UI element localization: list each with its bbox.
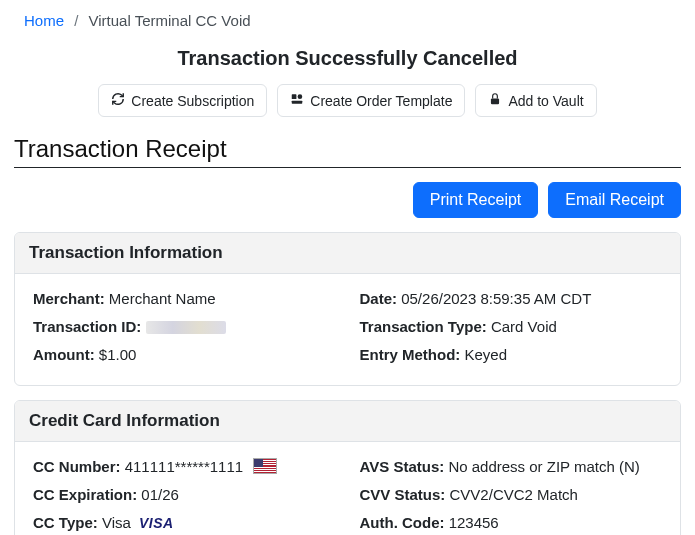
auth-code-row: Auth. Code: 123456 [360, 512, 667, 534]
breadcrumb-home-link[interactable]: Home [24, 12, 64, 29]
cc-expiration-label: CC Expiration: [33, 486, 137, 503]
breadcrumb-current: Virtual Terminal CC Void [89, 12, 251, 29]
transaction-id-redacted [146, 321, 226, 334]
create-subscription-label: Create Subscription [131, 93, 254, 109]
auth-code-value: 123456 [449, 514, 499, 531]
breadcrumb: Home / Virtual Terminal CC Void [14, 0, 681, 39]
date-label: Date: [360, 290, 398, 307]
create-order-template-label: Create Order Template [310, 93, 452, 109]
receipt-heading: Transaction Receipt [14, 135, 681, 163]
cc-type-row: CC Type: Visa VISA [33, 512, 340, 534]
print-receipt-button[interactable]: Print Receipt [413, 182, 539, 218]
svg-rect-0 [292, 94, 297, 99]
date-value: 05/26/2023 8:59:35 AM CDT [401, 290, 591, 307]
transaction-type-value: Card Void [491, 318, 557, 335]
amount-label: Amount: [33, 346, 95, 363]
add-to-vault-button[interactable]: Add to Vault [475, 84, 596, 117]
entry-method-label: Entry Method: [360, 346, 461, 363]
entry-method-value: Keyed [465, 346, 508, 363]
cc-type-label: CC Type: [33, 514, 98, 531]
us-flag-icon [253, 458, 277, 474]
cancel-success-title: Transaction Successfully Cancelled [14, 47, 681, 70]
transaction-type-label: Transaction Type: [360, 318, 487, 335]
cc-expiration-row: CC Expiration: 01/26 [33, 484, 340, 506]
transaction-info-panel: Transaction Information Merchant: Mercha… [14, 232, 681, 386]
create-order-template-button[interactable]: Create Order Template [277, 84, 465, 117]
amount-row: Amount: $1.00 [33, 344, 340, 366]
auth-code-label: Auth. Code: [360, 514, 445, 531]
breadcrumb-separator: / [74, 12, 78, 29]
transaction-id-row: Transaction ID: [33, 316, 340, 338]
cc-expiration-value: 01/26 [141, 486, 179, 503]
heading-rule [14, 167, 681, 168]
create-subscription-button[interactable]: Create Subscription [98, 84, 267, 117]
cc-number-row: CC Number: 411111******1111 [33, 456, 340, 478]
cvv-status-label: CVV Status: [360, 486, 446, 503]
receipt-button-row: Print Receipt Email Receipt [14, 182, 681, 218]
lock-icon [488, 92, 502, 109]
amount-value: $1.00 [99, 346, 137, 363]
svg-point-1 [298, 94, 303, 99]
add-to-vault-label: Add to Vault [508, 93, 583, 109]
avs-status-row: AVS Status: No address or ZIP match (N) [360, 456, 667, 478]
cvv-status-row: CVV Status: CVV2/CVC2 Match [360, 484, 667, 506]
merchant-label: Merchant: [33, 290, 105, 307]
cc-info-panel: Credit Card Information CC Number: 41111… [14, 400, 681, 535]
cc-number-label: CC Number: [33, 458, 121, 475]
email-receipt-button[interactable]: Email Receipt [548, 182, 681, 218]
merchant-value: Merchant Name [109, 290, 216, 307]
cc-type-value: Visa [102, 514, 131, 531]
cvv-status-value: CVV2/CVC2 Match [450, 486, 578, 503]
cc-number-value: 411111******1111 [125, 458, 243, 475]
date-row: Date: 05/26/2023 8:59:35 AM CDT [360, 288, 667, 310]
cc-info-header: Credit Card Information [15, 401, 680, 442]
template-icon [290, 92, 304, 109]
svg-rect-3 [491, 98, 499, 104]
entry-method-row: Entry Method: Keyed [360, 344, 667, 366]
avs-status-value: No address or ZIP match (N) [448, 458, 639, 475]
transaction-id-label: Transaction ID: [33, 318, 141, 335]
refresh-icon [111, 92, 125, 109]
action-button-row: Create Subscription Create Order Templat… [14, 84, 681, 117]
visa-logo-icon: VISA [139, 515, 174, 531]
svg-rect-2 [292, 101, 303, 104]
transaction-type-row: Transaction Type: Card Void [360, 316, 667, 338]
avs-status-label: AVS Status: [360, 458, 445, 475]
transaction-info-header: Transaction Information [15, 233, 680, 274]
merchant-row: Merchant: Merchant Name [33, 288, 340, 310]
